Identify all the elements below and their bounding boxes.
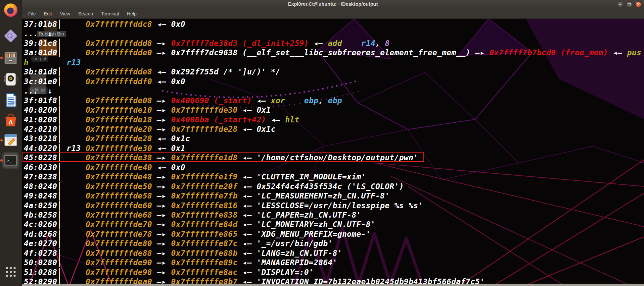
stack-row: 4d:0268│ 0x7fffffffde78 —▸ 0x7fffffffe86… xyxy=(24,229,371,239)
stack-row: 3a:01d0│ 0x7fffffffdde0 —▸ 0x7ffff7dc963… xyxy=(24,48,641,57)
stack-row: 4a:0250│ 0x7fffffffde60 —▸ 0x7fffffffe81… xyxy=(24,201,423,210)
terminal-icon[interactable]: >_ xyxy=(3,153,18,168)
stack-row: 44:0220│ r13 0x7fffffffde30 ◂— 0x1 xyxy=(24,144,185,153)
window-title: Expl0rer.Ct@ubuntu: ~/Desktop/output xyxy=(22,1,644,7)
menu-edit[interactable]: Edit xyxy=(41,10,55,17)
stack-row: 46:0230│ 0x7fffffffde40 ◂— 0x0 xyxy=(24,163,185,172)
file-cabinet-icon[interactable] xyxy=(3,50,18,66)
stack-row: 47:0238│ 0x7fffffffde48 —▸ 0x7fffffffe1f… xyxy=(24,172,366,181)
menu-terminal[interactable]: Terminal xyxy=(98,10,122,17)
close-button[interactable]: ✕ xyxy=(635,1,641,7)
stack-row: h r13 xyxy=(24,58,81,67)
stack-row: 39:01c8│ 0x7fffffffddd8 —▸ 0x7ffff7de38d… xyxy=(24,39,389,48)
stack-row: 41:0208│ 0x7fffffffde18 —▸ 0x4006ba (_st… xyxy=(24,115,300,124)
bottom-edge-strip xyxy=(22,284,644,286)
menu-view[interactable]: View xyxy=(57,10,73,17)
show-applications-button[interactable] xyxy=(3,264,18,280)
ubuntu-software-icon[interactable]: A xyxy=(3,113,18,128)
media-player-icon[interactable] xyxy=(3,72,18,87)
menubar: FileEditViewSearchTerminalHelp xyxy=(22,9,644,19)
highlight-annotation-box xyxy=(22,152,424,162)
stack-row: 50:0280│ 0x7fffffffde90 —▸ 0x7fffffffe89… xyxy=(24,258,337,267)
menu-help[interactable]: Help xyxy=(124,10,140,17)
stack-row: 4e:0270│ 0x7fffffffde80 —▸ 0x7fffffffe87… xyxy=(24,239,333,248)
running-indicator-dot xyxy=(0,159,3,162)
stack-row: 3c:01e0│ 0x7fffffffddf0 ◂— 0x0 xyxy=(24,77,185,86)
stack-row: 3f:01f8│ 0x7fffffffde08 —▸ 0x400690 (_st… xyxy=(24,96,342,105)
running-indicator-dot xyxy=(0,139,3,141)
stack-row: 43:0218│ 0x7fffffffde28 ◂— 0x1c xyxy=(24,134,190,143)
maximize-button[interactable]: ▢ xyxy=(626,1,632,7)
svg-text:A: A xyxy=(9,119,13,126)
dock: A>_ xyxy=(0,0,22,286)
titlebar[interactable]: Expl0rer.Ct@ubuntu: ~/Desktop/output –▢✕ xyxy=(22,0,644,9)
boxes-icon[interactable] xyxy=(3,28,18,44)
terminal-screen[interactable]: Rubbish Bin output 转换.txt 37:01b8│ 0x7ff… xyxy=(22,19,644,286)
menu-search[interactable]: Search xyxy=(75,10,96,17)
libreoffice-writer-icon[interactable] xyxy=(3,93,18,108)
stack-row: 4f:0278│ 0x7fffffffde88 —▸ 0x7fffffffe88… xyxy=(24,248,342,258)
svg-text:>_: >_ xyxy=(6,158,12,163)
stack-row: 42:0210│ 0x7fffffffde20 —▸ 0x7fffffffde2… xyxy=(24,124,276,134)
stack-row: ... ↓ xyxy=(24,29,52,38)
stack-row: ... ↓ xyxy=(24,86,52,96)
terminal-window: Expl0rer.Ct@ubuntu: ~/Desktop/output –▢✕… xyxy=(21,0,644,286)
desktop: A>_ Expl0rer.Ct@ubuntu: ~/Desktop/output… xyxy=(0,0,644,286)
menu-file[interactable]: File xyxy=(25,10,39,17)
stack-row: 49:0248│ 0x7fffffffde58 —▸ 0x7fffffffe7f… xyxy=(24,191,389,201)
text-editor-icon[interactable] xyxy=(3,133,18,148)
stack-row: 37:01b8│ 0x7fffffffddc8 ◂— 0x0 xyxy=(24,19,185,29)
stack-row: 48:0240│ 0x7fffffffde50 —▸ 0x7fffffffe20… xyxy=(24,182,404,191)
minimize-button[interactable]: – xyxy=(617,1,623,7)
stack-row: 4b:0258│ 0x7fffffffde68 —▸ 0x7fffffffe83… xyxy=(24,210,361,220)
stack-row: 4c:0260│ 0x7fffffffde70 —▸ 0x7fffffffe84… xyxy=(24,220,375,229)
firefox-icon[interactable] xyxy=(3,2,18,17)
stack-row: 40:0200│ 0x7fffffffde10 —▸ 0x7fffffffde3… xyxy=(24,105,271,115)
stack-row: 51:0288│ 0x7fffffffde98 —▸ 0x7fffffffe8a… xyxy=(24,268,314,277)
running-indicator-dot xyxy=(0,57,3,59)
stack-row: 3b:01d8│ 0x7fffffffdde8 ◂— 0x292f755d /*… xyxy=(24,67,280,76)
window-buttons: –▢✕ xyxy=(617,1,641,7)
